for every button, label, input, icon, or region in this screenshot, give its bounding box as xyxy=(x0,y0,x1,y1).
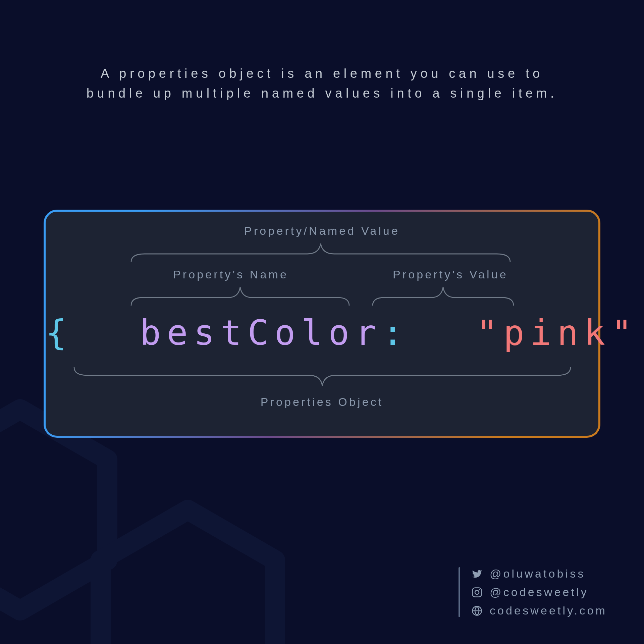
colon: : xyxy=(382,312,409,353)
social-footer: @oluwatobiss @codesweetly codesweetly.co… xyxy=(459,567,607,617)
social-website[interactable]: codesweetly.com xyxy=(471,604,607,617)
code-expression: { bestColor: "pink" } xyxy=(46,312,598,353)
svg-point-3 xyxy=(475,590,479,594)
svg-rect-2 xyxy=(472,588,481,597)
label-property-value: Property's Value xyxy=(393,268,508,281)
svg-marker-0 xyxy=(0,409,107,610)
website-url: codesweetly.com xyxy=(490,604,607,617)
svg-marker-1 xyxy=(101,510,275,644)
diagram-panel-border: Property/Named Value Property's Name Pro… xyxy=(44,210,600,438)
twitter-handle: @oluwatobiss xyxy=(490,567,586,580)
footer-divider xyxy=(459,567,460,617)
description-text: A properties object is an element you ca… xyxy=(70,64,574,103)
diagram-canvas: A properties object is an element you ca… xyxy=(0,0,644,644)
social-list: @oluwatobiss @codesweetly codesweetly.co… xyxy=(471,567,607,617)
instagram-icon xyxy=(471,586,483,598)
diagram-panel: Property/Named Value Property's Name Pro… xyxy=(46,212,598,436)
bracket-value xyxy=(371,285,515,306)
instagram-handle: @codesweetly xyxy=(490,586,589,599)
social-twitter[interactable]: @oluwatobiss xyxy=(471,567,607,580)
property-value: "pink" xyxy=(476,312,638,353)
globe-icon xyxy=(471,605,483,617)
social-instagram[interactable]: @codesweetly xyxy=(471,586,607,599)
twitter-icon xyxy=(471,568,483,580)
bracket-name xyxy=(129,285,351,306)
svg-point-4 xyxy=(479,589,480,590)
bracket-top xyxy=(129,242,512,263)
open-brace: { xyxy=(46,312,72,353)
label-property-name: Property's Name xyxy=(173,268,288,281)
bracket-bottom xyxy=(72,367,572,387)
label-property-named-value: Property/Named Value xyxy=(244,224,400,237)
label-properties-object: Properties Object xyxy=(261,395,384,409)
property-key: bestColor xyxy=(140,312,382,353)
